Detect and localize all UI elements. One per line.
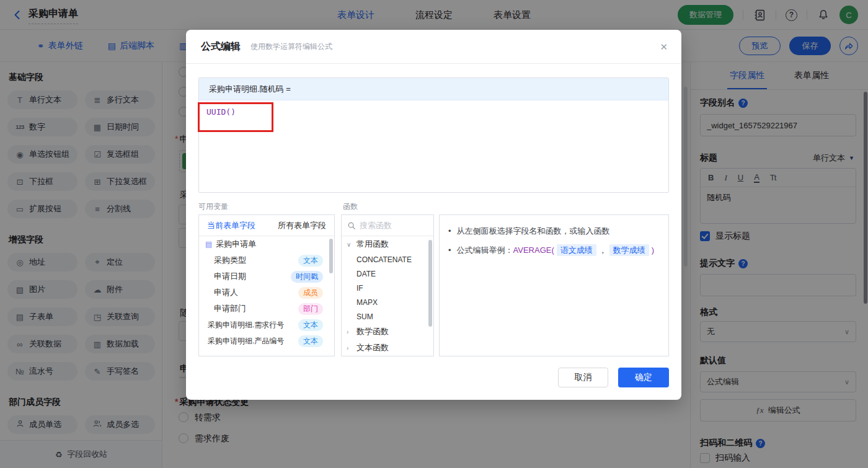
- variable-name: 申请人: [214, 287, 238, 298]
- variable-name: 采购类型: [214, 255, 246, 266]
- formula-target-bar: 采购申请明细.随机码 =: [199, 78, 668, 100]
- variable-name: 采购申请明细.产品编号: [208, 336, 284, 347]
- hint-text: 从左侧面板选择字段名和函数，或输入函数: [457, 225, 610, 237]
- form-doc-icon: ▤: [205, 240, 212, 249]
- variable-name: 申请部门: [214, 303, 246, 314]
- chevron-right-icon: ›: [347, 329, 353, 335]
- group-label: 常用函数: [356, 239, 389, 250]
- variable-tree-root[interactable]: ▤ 采购申请单: [199, 236, 334, 252]
- group-label: 数学函数: [356, 326, 389, 337]
- function-item[interactable]: SUM: [342, 309, 433, 324]
- example-prefix: 公式编辑举例：: [457, 245, 513, 255]
- example-fn-open: AVERAGE(: [513, 245, 554, 255]
- variable-root-label: 采购申请单: [216, 239, 256, 250]
- bullet: •: [448, 244, 451, 257]
- chevron-right-icon: ›: [347, 345, 353, 351]
- hint-line-2: • 公式编辑举例：AVERAGE(语文成绩，数学成绩): [448, 244, 660, 257]
- variable-name: 采购申请明细.需求行号: [208, 320, 284, 330]
- example-fn-close: ): [652, 245, 654, 255]
- type-badge: 部门: [298, 303, 323, 315]
- tab-current-form-fields[interactable]: 当前表单字段: [207, 220, 255, 231]
- function-item[interactable]: MAPX: [342, 295, 433, 309]
- close-icon[interactable]: ✕: [660, 42, 668, 53]
- functions-panel: ∨ 常用函数 CONCATENATE DATE IF MAPX SUM › 数学…: [341, 214, 434, 356]
- bullet: •: [448, 225, 451, 237]
- function-group-text[interactable]: › 文本函数: [342, 340, 433, 356]
- type-badge: 文本: [298, 335, 323, 347]
- hint-line-1: • 从左侧面板选择字段名和函数，或输入函数: [448, 225, 660, 237]
- cancel-button[interactable]: 取消: [558, 368, 608, 387]
- variable-row[interactable]: 采购申请明细.需求行号 文本: [199, 317, 334, 333]
- example-field-chip: 数学成绩: [609, 244, 649, 256]
- formula-editor-block: 采购申请明细.随机码 = UUID(): [198, 77, 669, 193]
- variables-panel: 当前表单字段 所有表单字段 ▤ 采购申请单 采购类型 文本 申请日期 时间戳 申…: [198, 214, 335, 356]
- type-badge: 文本: [298, 255, 323, 267]
- variable-row[interactable]: 采购申请明细.产品编号 文本: [199, 333, 334, 349]
- modal-header: 公式编辑 使用数学运算符编辑公式: [186, 30, 681, 64]
- hint-panel: • 从左侧面板选择字段名和函数，或输入函数 • 公式编辑举例：AVERAGE(语…: [439, 214, 669, 356]
- variables-scrollbar[interactable]: [329, 239, 333, 273]
- formula-edit-modal: 公式编辑 使用数学运算符编辑公式 ✕ 采购申请明细.随机码 = UUID() 可…: [186, 30, 681, 400]
- example-comma: ，: [599, 245, 607, 255]
- variable-row[interactable]: 采购类型 文本: [199, 252, 334, 268]
- modal-title: 公式编辑: [201, 40, 241, 53]
- example-field-chip: 语文成绩: [557, 244, 596, 256]
- variables-section-label: 可用变量: [198, 201, 228, 212]
- modal-subtitle: 使用数学运算符编辑公式: [250, 42, 332, 52]
- chevron-down-icon: ∨: [347, 241, 353, 248]
- annotation-red-box: [198, 102, 273, 132]
- variable-row[interactable]: 申请人 成员: [199, 285, 334, 301]
- variable-name: 申请日期: [214, 271, 246, 282]
- function-item[interactable]: IF: [342, 281, 433, 295]
- type-badge: 文本: [298, 319, 323, 331]
- function-group-math[interactable]: › 数学函数: [342, 324, 433, 340]
- search-icon: [347, 221, 356, 230]
- function-group-common[interactable]: ∨ 常用函数: [342, 236, 433, 252]
- function-search-input[interactable]: [360, 221, 425, 230]
- confirm-button[interactable]: 确定: [618, 368, 669, 387]
- group-label: 文本函数: [356, 342, 389, 353]
- type-badge: 成员: [298, 287, 323, 299]
- functions-scrollbar[interactable]: [428, 240, 432, 327]
- variables-tabs: 当前表单字段 所有表单字段: [199, 215, 334, 236]
- type-badge: 时间戳: [291, 271, 323, 283]
- function-item[interactable]: DATE: [342, 267, 433, 281]
- tab-all-form-fields[interactable]: 所有表单字段: [278, 220, 326, 231]
- hint-example: 公式编辑举例：AVERAGE(语文成绩，数学成绩): [457, 244, 655, 257]
- variable-row[interactable]: 申请日期 时间戳: [199, 268, 334, 285]
- function-search: [342, 215, 433, 236]
- function-item[interactable]: CONCATENATE: [342, 252, 433, 267]
- variable-row[interactable]: 申请部门 部门: [199, 301, 334, 317]
- functions-section-label: 函数: [343, 201, 358, 212]
